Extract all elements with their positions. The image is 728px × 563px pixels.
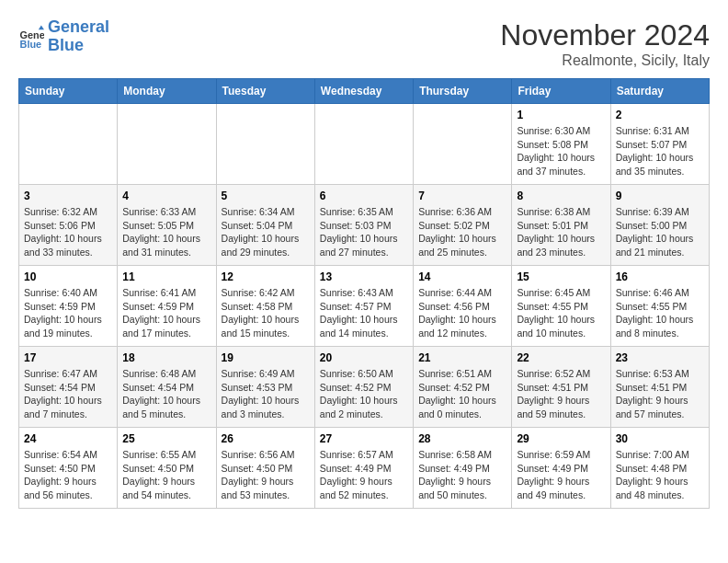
header-row: SundayMondayTuesdayWednesdayThursdayFrid… — [19, 79, 710, 104]
calendar-cell: 9Sunrise: 6:39 AM Sunset: 5:00 PM Daylig… — [610, 185, 709, 266]
calendar-body: 1Sunrise: 6:30 AM Sunset: 5:08 PM Daylig… — [19, 104, 710, 509]
svg-marker-2 — [39, 25, 44, 29]
calendar-cell: 1Sunrise: 6:30 AM Sunset: 5:08 PM Daylig… — [512, 104, 610, 185]
calendar-cell: 5Sunrise: 6:34 AM Sunset: 5:04 PM Daylig… — [216, 185, 314, 266]
day-number: 25 — [122, 432, 210, 445]
day-info: Sunrise: 6:49 AM Sunset: 4:53 PM Dayligh… — [222, 367, 310, 421]
month-title: November 2024 — [500, 18, 710, 52]
weekday-header: Wednesday — [314, 79, 413, 104]
day-number: 24 — [24, 432, 112, 445]
day-number: 23 — [616, 351, 704, 364]
calendar-cell: 10Sunrise: 6:40 AM Sunset: 4:59 PM Dayli… — [19, 266, 118, 347]
calendar-cell: 17Sunrise: 6:47 AM Sunset: 4:54 PM Dayli… — [19, 347, 118, 428]
weekday-header: Sunday — [19, 79, 118, 104]
calendar-cell: 21Sunrise: 6:51 AM Sunset: 4:52 PM Dayli… — [414, 347, 512, 428]
day-number: 21 — [418, 351, 506, 364]
calendar-week-row: 17Sunrise: 6:47 AM Sunset: 4:54 PM Dayli… — [19, 347, 710, 428]
calendar-cell: 4Sunrise: 6:33 AM Sunset: 5:05 PM Daylig… — [118, 185, 216, 266]
day-number: 3 — [24, 190, 112, 202]
calendar-week-row: 10Sunrise: 6:40 AM Sunset: 4:59 PM Dayli… — [19, 266, 710, 347]
weekday-header: Saturday — [610, 79, 709, 104]
day-number: 5 — [222, 190, 310, 202]
day-number: 15 — [517, 270, 605, 283]
day-info: Sunrise: 6:55 AM Sunset: 4:50 PM Dayligh… — [122, 448, 210, 502]
day-info: Sunrise: 6:41 AM Sunset: 4:59 PM Dayligh… — [122, 286, 210, 340]
calendar-cell: 24Sunrise: 6:54 AM Sunset: 4:50 PM Dayli… — [19, 428, 118, 509]
day-info: Sunrise: 6:58 AM Sunset: 4:49 PM Dayligh… — [418, 448, 506, 502]
day-number: 14 — [418, 270, 506, 283]
calendar-cell: 3Sunrise: 6:32 AM Sunset: 5:06 PM Daylig… — [19, 185, 118, 266]
day-info: Sunrise: 6:38 AM Sunset: 5:01 PM Dayligh… — [517, 205, 605, 259]
calendar-cell: 14Sunrise: 6:44 AM Sunset: 4:56 PM Dayli… — [414, 266, 512, 347]
day-info: Sunrise: 6:44 AM Sunset: 4:56 PM Dayligh… — [418, 286, 506, 340]
calendar-cell: 18Sunrise: 6:48 AM Sunset: 4:54 PM Dayli… — [118, 347, 216, 428]
calendar-cell: 15Sunrise: 6:45 AM Sunset: 4:55 PM Dayli… — [512, 266, 610, 347]
day-info: Sunrise: 6:43 AM Sunset: 4:57 PM Dayligh… — [320, 286, 408, 340]
weekday-header: Friday — [512, 79, 610, 104]
day-number: 13 — [320, 270, 408, 283]
day-info: Sunrise: 6:30 AM Sunset: 5:08 PM Dayligh… — [517, 124, 605, 178]
calendar-cell: 28Sunrise: 6:58 AM Sunset: 4:49 PM Dayli… — [414, 428, 512, 509]
calendar-cell: 7Sunrise: 6:36 AM Sunset: 5:02 PM Daylig… — [414, 185, 512, 266]
logo-text: GeneralBlue — [48, 18, 109, 55]
calendar-cell: 23Sunrise: 6:53 AM Sunset: 4:51 PM Dayli… — [610, 347, 709, 428]
day-number: 26 — [222, 432, 310, 445]
day-info: Sunrise: 6:53 AM Sunset: 4:51 PM Dayligh… — [616, 367, 704, 421]
day-info: Sunrise: 6:45 AM Sunset: 4:55 PM Dayligh… — [517, 286, 605, 340]
day-number: 18 — [122, 351, 210, 364]
calendar-header: SundayMondayTuesdayWednesdayThursdayFrid… — [19, 79, 710, 104]
calendar-cell — [414, 104, 512, 185]
day-number: 22 — [517, 351, 605, 364]
calendar-cell: 12Sunrise: 6:42 AM Sunset: 4:58 PM Dayli… — [216, 266, 314, 347]
calendar-cell — [314, 104, 413, 185]
day-info: Sunrise: 6:46 AM Sunset: 4:55 PM Dayligh… — [616, 286, 704, 340]
day-info: Sunrise: 6:52 AM Sunset: 4:51 PM Dayligh… — [517, 367, 605, 421]
logo-icon: General Blue — [18, 24, 44, 50]
calendar-cell: 27Sunrise: 6:57 AM Sunset: 4:49 PM Dayli… — [314, 428, 413, 509]
day-info: Sunrise: 6:50 AM Sunset: 4:52 PM Dayligh… — [320, 367, 408, 421]
calendar-cell — [118, 104, 216, 185]
weekday-header: Thursday — [414, 79, 512, 104]
day-info: Sunrise: 6:59 AM Sunset: 4:49 PM Dayligh… — [517, 448, 605, 502]
day-number: 6 — [320, 190, 408, 202]
day-info: Sunrise: 6:34 AM Sunset: 5:04 PM Dayligh… — [222, 205, 310, 259]
day-number: 27 — [320, 432, 408, 445]
calendar-cell: 29Sunrise: 6:59 AM Sunset: 4:49 PM Dayli… — [512, 428, 610, 509]
day-info: Sunrise: 6:48 AM Sunset: 4:54 PM Dayligh… — [122, 367, 210, 421]
calendar-cell: 16Sunrise: 6:46 AM Sunset: 4:55 PM Dayli… — [610, 266, 709, 347]
day-number: 19 — [222, 351, 310, 364]
svg-text:Blue: Blue — [20, 38, 42, 49]
calendar-cell: 22Sunrise: 6:52 AM Sunset: 4:51 PM Dayli… — [512, 347, 610, 428]
calendar-cell: 11Sunrise: 6:41 AM Sunset: 4:59 PM Dayli… — [118, 266, 216, 347]
day-info: Sunrise: 6:47 AM Sunset: 4:54 PM Dayligh… — [24, 367, 112, 421]
day-info: Sunrise: 6:57 AM Sunset: 4:49 PM Dayligh… — [320, 448, 408, 502]
calendar-cell — [216, 104, 314, 185]
weekday-header: Tuesday — [216, 79, 314, 104]
calendar-cell: 13Sunrise: 6:43 AM Sunset: 4:57 PM Dayli… — [314, 266, 413, 347]
day-info: Sunrise: 6:42 AM Sunset: 4:58 PM Dayligh… — [222, 286, 310, 340]
day-info: Sunrise: 6:35 AM Sunset: 5:03 PM Dayligh… — [320, 205, 408, 259]
calendar-cell: 19Sunrise: 6:49 AM Sunset: 4:53 PM Dayli… — [216, 347, 314, 428]
page-header: General Blue GeneralBlue November 2024 R… — [18, 18, 710, 69]
calendar-cell: 30Sunrise: 7:00 AM Sunset: 4:48 PM Dayli… — [610, 428, 709, 509]
calendar-cell: 2Sunrise: 6:31 AM Sunset: 5:07 PM Daylig… — [610, 104, 709, 185]
title-section: November 2024 Realmonte, Sicily, Italy — [500, 18, 710, 69]
day-info: Sunrise: 6:54 AM Sunset: 4:50 PM Dayligh… — [24, 448, 112, 502]
logo: General Blue GeneralBlue — [18, 18, 109, 55]
calendar-cell: 25Sunrise: 6:55 AM Sunset: 4:50 PM Dayli… — [118, 428, 216, 509]
day-number: 10 — [24, 270, 112, 283]
day-info: Sunrise: 6:40 AM Sunset: 4:59 PM Dayligh… — [24, 286, 112, 340]
day-number: 11 — [122, 270, 210, 283]
day-info: Sunrise: 6:32 AM Sunset: 5:06 PM Dayligh… — [24, 205, 112, 259]
day-info: Sunrise: 7:00 AM Sunset: 4:48 PM Dayligh… — [616, 448, 704, 502]
day-info: Sunrise: 6:36 AM Sunset: 5:02 PM Dayligh… — [418, 205, 506, 259]
day-number: 7 — [418, 190, 506, 202]
calendar-week-row: 24Sunrise: 6:54 AM Sunset: 4:50 PM Dayli… — [19, 428, 710, 509]
day-info: Sunrise: 6:56 AM Sunset: 4:50 PM Dayligh… — [222, 448, 310, 502]
day-info: Sunrise: 6:39 AM Sunset: 5:00 PM Dayligh… — [616, 205, 704, 259]
calendar-week-row: 3Sunrise: 6:32 AM Sunset: 5:06 PM Daylig… — [19, 185, 710, 266]
day-info: Sunrise: 6:31 AM Sunset: 5:07 PM Dayligh… — [616, 124, 704, 178]
calendar-cell: 8Sunrise: 6:38 AM Sunset: 5:01 PM Daylig… — [512, 185, 610, 266]
calendar-week-row: 1Sunrise: 6:30 AM Sunset: 5:08 PM Daylig… — [19, 104, 710, 185]
day-info: Sunrise: 6:33 AM Sunset: 5:05 PM Dayligh… — [122, 205, 210, 259]
